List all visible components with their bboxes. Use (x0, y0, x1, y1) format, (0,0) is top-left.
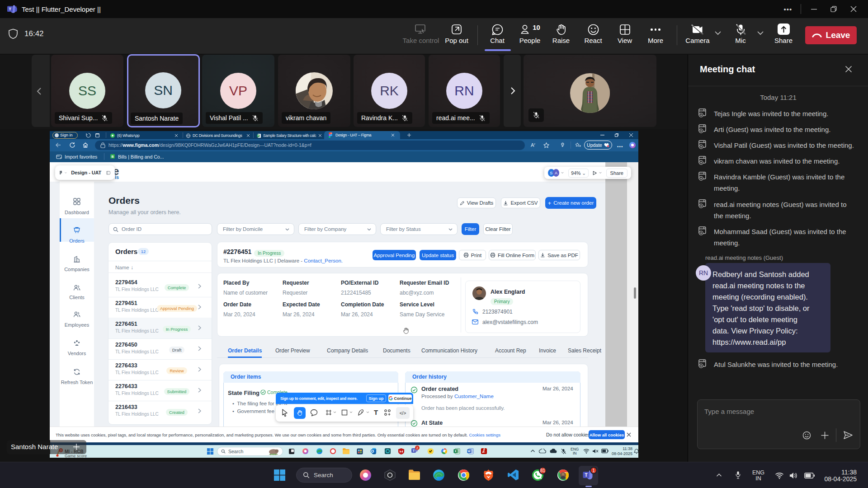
svg-text:W: W (468, 450, 471, 453)
svg-text:T: T (585, 473, 587, 478)
svg-text:T: T (9, 6, 11, 11)
svg-text:X: X (257, 134, 259, 137)
svg-text:B: B (111, 155, 113, 158)
svg-text:T: T (413, 449, 415, 453)
svg-text:X: X (455, 450, 457, 453)
